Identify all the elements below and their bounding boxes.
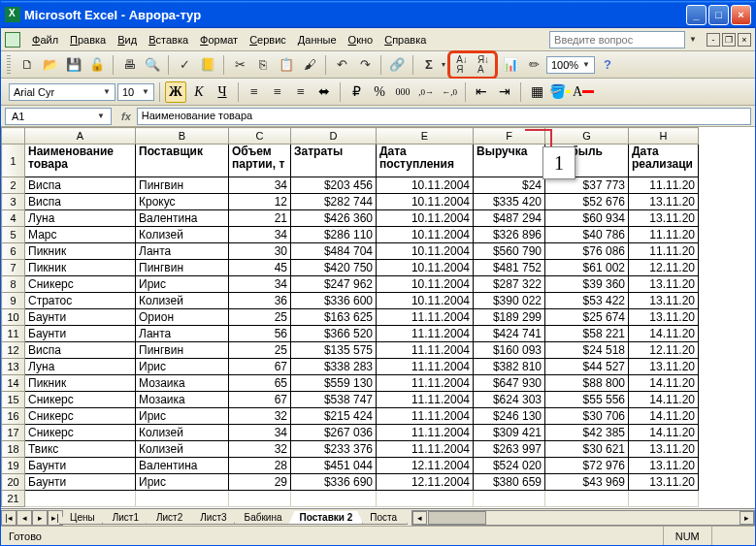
autosum-icon[interactable]: Σ xyxy=(418,54,440,76)
cell[interactable]: 34 xyxy=(229,177,291,194)
cell[interactable]: 10.11.2004 xyxy=(377,260,474,276)
row-header-13[interactable]: 13 xyxy=(2,359,25,375)
open-icon[interactable]: 📂 xyxy=(40,54,61,76)
cell[interactable]: 10.11.2004 xyxy=(377,293,474,309)
cell[interactable]: 13.11.20 xyxy=(629,293,699,309)
cell[interactable]: $39 360 xyxy=(545,276,629,293)
cell[interactable]: Стратос xyxy=(25,293,136,309)
fx-button[interactable]: fx xyxy=(115,111,137,122)
cell[interactable]: 14.11.20 xyxy=(629,425,699,441)
cell[interactable]: $538 747 xyxy=(291,392,377,408)
increase-decimal-icon[interactable]: ,0→ xyxy=(415,81,437,103)
cell[interactable]: $382 810 xyxy=(474,359,545,375)
row-header-10[interactable]: 10 xyxy=(2,309,25,326)
cell[interactable]: Баунти xyxy=(25,458,136,474)
cell[interactable]: $215 424 xyxy=(291,408,377,425)
col-header-G[interactable]: G xyxy=(545,128,629,145)
cell[interactable]: 25 xyxy=(229,309,291,326)
cell[interactable]: $309 421 xyxy=(474,425,545,441)
cell[interactable]: Сникерс xyxy=(25,425,136,441)
col-header-B[interactable]: B xyxy=(136,128,229,145)
cell[interactable]: $247 962 xyxy=(291,276,377,293)
font-size-combo[interactable]: 10▼ xyxy=(117,83,154,101)
cell[interactable]: 13.11.20 xyxy=(629,210,699,227)
cell[interactable]: 65 xyxy=(229,375,291,392)
menu-файл[interactable]: Файл xyxy=(26,32,64,48)
header-cell[interactable]: Поставщик xyxy=(136,145,229,177)
cell[interactable]: Колизей xyxy=(136,293,229,309)
cell[interactable]: 10.11.2004 xyxy=(377,177,474,194)
row-header-12[interactable]: 12 xyxy=(2,342,25,359)
cell[interactable]: $88 800 xyxy=(545,375,629,392)
cell[interactable]: 34 xyxy=(229,276,291,293)
cell[interactable]: $60 934 xyxy=(545,210,629,227)
row-header-16[interactable]: 16 xyxy=(2,408,25,425)
cell[interactable] xyxy=(545,491,629,507)
cell[interactable]: 67 xyxy=(229,359,291,375)
cell[interactable]: 12 xyxy=(229,194,291,210)
row-header-6[interactable]: 6 xyxy=(2,243,25,260)
close-button[interactable]: × xyxy=(731,5,751,25)
chart-wizard-icon[interactable]: 📊 xyxy=(500,54,521,76)
cell[interactable]: $160 093 xyxy=(474,342,545,359)
cell[interactable]: Пингвин xyxy=(136,177,229,194)
cell[interactable]: $61 002 xyxy=(545,260,629,276)
new-icon[interactable]: 🗋 xyxy=(16,54,38,76)
row-header-1[interactable]: 1 xyxy=(2,145,25,177)
tab-nav-next[interactable]: ▸ xyxy=(32,510,48,526)
cell[interactable]: $189 299 xyxy=(474,309,545,326)
cell[interactable]: 34 xyxy=(229,425,291,441)
cell[interactable]: $336 690 xyxy=(291,474,377,491)
align-center-icon[interactable]: ≡ xyxy=(267,81,288,103)
col-header-H[interactable]: H xyxy=(629,128,699,145)
header-cell[interactable]: Датареализаци xyxy=(629,145,699,177)
zoom-combo[interactable]: 100%▼ xyxy=(546,56,595,74)
cell[interactable]: $560 790 xyxy=(474,243,545,260)
row-header-8[interactable]: 8 xyxy=(2,276,25,293)
row-header-11[interactable]: 11 xyxy=(2,326,25,342)
cell[interactable]: $420 750 xyxy=(291,260,377,276)
doc-restore-button[interactable]: ❐ xyxy=(722,33,736,47)
sheet-tab-Лист1[interactable]: Лист1 xyxy=(102,511,149,525)
cell[interactable]: $52 676 xyxy=(545,194,629,210)
scroll-left-icon[interactable]: ◂ xyxy=(412,511,427,525)
menu-данные[interactable]: Данные xyxy=(292,32,343,48)
cell[interactable] xyxy=(229,491,291,507)
row-header-17[interactable]: 17 xyxy=(2,425,25,441)
help-search-input[interactable] xyxy=(549,31,685,48)
cell[interactable]: Пикник xyxy=(25,243,136,260)
cell[interactable]: $37 773 xyxy=(545,177,629,194)
cell[interactable]: $267 036 xyxy=(291,425,377,441)
underline-button[interactable]: Ч xyxy=(212,81,233,103)
scroll-right-icon[interactable]: ▸ xyxy=(740,511,754,525)
row-header-3[interactable]: 3 xyxy=(2,194,25,210)
sort-ascending-icon[interactable]: А↓Я xyxy=(451,54,473,76)
cell[interactable]: Валентина xyxy=(136,458,229,474)
align-right-icon[interactable]: ≡ xyxy=(290,81,312,103)
cell[interactable]: $338 283 xyxy=(291,359,377,375)
cell[interactable]: $203 456 xyxy=(291,177,377,194)
cell[interactable]: $481 752 xyxy=(474,260,545,276)
header-cell[interactable]: Датапоступления xyxy=(377,145,474,177)
cell[interactable]: 12.11.2004 xyxy=(377,474,474,491)
cell[interactable]: Ирис xyxy=(136,276,229,293)
print-preview-icon[interactable]: 🔍 xyxy=(142,54,163,76)
cell[interactable]: 13.11.20 xyxy=(629,276,699,293)
autosum-dropdown-icon[interactable]: ▾ xyxy=(442,60,445,69)
cell[interactable]: $30 621 xyxy=(545,441,629,458)
cell[interactable]: Мозаика xyxy=(136,375,229,392)
cell[interactable]: $55 556 xyxy=(545,392,629,408)
row-header-21[interactable]: 21 xyxy=(2,491,25,507)
cell[interactable] xyxy=(25,491,136,507)
menu-окно[interactable]: Окно xyxy=(343,32,379,48)
cell[interactable]: $163 625 xyxy=(291,309,377,326)
sheet-tab-Поставки 2[interactable]: Поставки 2 xyxy=(288,511,363,525)
cell[interactable]: Сникерс xyxy=(25,392,136,408)
cell[interactable]: 10.11.2004 xyxy=(377,227,474,243)
tab-nav-first[interactable]: |◂ xyxy=(1,510,16,526)
cell[interactable]: Виспа xyxy=(25,177,136,194)
sheet-tab-Поста[interactable]: Поста xyxy=(359,511,408,525)
cell[interactable]: $484 704 xyxy=(291,243,377,260)
cell[interactable]: 11.11.2004 xyxy=(377,342,474,359)
row-header-5[interactable]: 5 xyxy=(2,227,25,243)
